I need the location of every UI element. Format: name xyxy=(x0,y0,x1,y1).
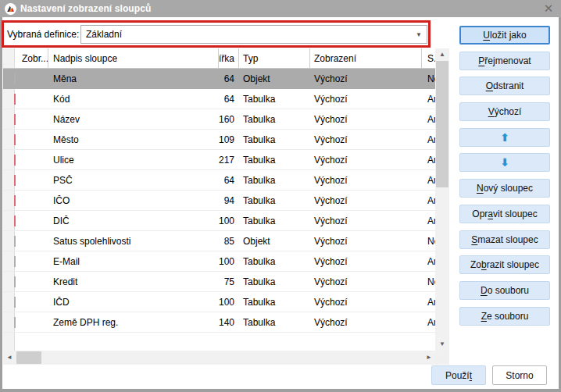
scroll-left-icon[interactable]: ◄ xyxy=(3,351,16,365)
show-column-button[interactable]: Zobrazit sloupec xyxy=(459,255,550,274)
row-checkbox[interactable] xyxy=(14,175,16,186)
row-checkbox[interactable] xyxy=(14,73,16,84)
cell-column-title: Ulice xyxy=(48,155,219,166)
header-column-title[interactable]: Nadpis sloupce xyxy=(48,48,219,68)
row-checkbox[interactable] xyxy=(14,134,16,145)
cell-type: Tabulka xyxy=(239,195,310,206)
save-as-button[interactable]: Uložit jako xyxy=(459,26,550,45)
cell-column-title: Město xyxy=(48,134,219,145)
table-row[interactable]: Název 160 Tabulka Výchozí Ar xyxy=(3,109,435,130)
table-row[interactable]: Měna 64 Objekt Výchozí Ne xyxy=(3,69,435,89)
row-checkbox[interactable] xyxy=(14,114,16,125)
scrollbar-corner xyxy=(435,351,449,365)
row-checkbox[interactable] xyxy=(14,256,16,267)
row-checkbox-cell xyxy=(14,256,48,267)
vertical-scrollbar[interactable]: ▲ ▼ xyxy=(435,48,449,351)
table-row[interactable]: Ulice 217 Tabulka Výchozí Ar xyxy=(3,150,435,170)
table-row[interactable]: PSČ 64 Tabulka Výchozí Ar xyxy=(3,170,435,191)
to-file-button[interactable]: Do souboru xyxy=(459,281,550,300)
table-row[interactable]: IČD 100 Tabulka Výchozí Ar xyxy=(3,292,435,312)
chevron-down-icon[interactable]: ▼ xyxy=(416,31,422,38)
apply-button[interactable]: Použít xyxy=(431,365,486,385)
cell-s: Ne xyxy=(422,236,435,247)
row-checkbox[interactable] xyxy=(14,94,16,105)
cancel-button[interactable]: Storno xyxy=(492,365,547,385)
row-checkbox[interactable] xyxy=(14,155,16,166)
app-logo-icon xyxy=(5,3,16,15)
table-row[interactable]: IČO 94 Tabulka Výchozí Ar xyxy=(3,191,435,211)
cell-type: Objekt xyxy=(239,236,310,247)
cell-type: Tabulka xyxy=(239,94,310,105)
button-label: ložit jako xyxy=(490,30,527,41)
cell-type: Tabulka xyxy=(239,114,310,125)
new-column-button[interactable]: Nový sloupec xyxy=(459,179,550,198)
apply-label: Použí xyxy=(445,370,470,381)
cell-type: Tabulka xyxy=(239,276,310,287)
button-label: Zo xyxy=(470,259,481,270)
cell-display: Výchozí xyxy=(310,114,422,125)
cell-display: Výchozí xyxy=(310,297,422,308)
button-label: o souboru xyxy=(488,285,529,296)
move-down-button[interactable]: ⬇ xyxy=(459,153,550,172)
header-width[interactable]: Šířka xyxy=(219,48,239,68)
dialog-body: Vybraná definice: Základní ▼ Zobr... Nad… xyxy=(2,17,559,389)
cell-width: 64 xyxy=(219,175,239,186)
definition-combobox[interactable]: Základní ▼ xyxy=(80,25,427,44)
cell-type: Tabulka xyxy=(239,317,310,328)
table-header-row: Zobr... Nadpis sloupce Šířka Typ Zobraze… xyxy=(3,48,435,69)
from-file-button[interactable]: Ze souboru xyxy=(459,307,550,326)
table-row[interactable]: Město 109 Tabulka Výchozí Ar xyxy=(3,130,435,150)
cell-column-title: Kredit xyxy=(48,276,219,287)
table-row[interactable]: Kredit 75 Tabulka Výchozí Ne xyxy=(3,272,435,292)
table-row[interactable]: Kód 64 Tabulka Výchozí Ar xyxy=(3,89,435,109)
cell-column-title: Satus spolehlivosti xyxy=(48,236,219,247)
row-checkbox[interactable] xyxy=(14,297,16,308)
vertical-scrollbar-thumb[interactable] xyxy=(436,61,448,187)
arrow-up-icon: ⬆ xyxy=(500,132,509,143)
header-display[interactable]: Zobrazení xyxy=(310,48,422,68)
header-type[interactable]: Typ xyxy=(239,48,310,68)
cell-display: Výchozí xyxy=(310,317,422,328)
table-row[interactable]: DIČ 100 Tabulka Výchozí Ar xyxy=(3,211,435,231)
scroll-right-icon[interactable]: ► xyxy=(423,351,435,365)
row-checkbox-cell xyxy=(14,175,48,186)
row-checkbox-cell xyxy=(14,297,48,308)
button-label: razit sloupec xyxy=(487,259,539,270)
move-up-button[interactable]: ⬆ xyxy=(459,128,550,147)
row-checkbox[interactable] xyxy=(14,236,16,247)
row-checkbox[interactable] xyxy=(14,195,16,206)
scroll-up-icon[interactable]: ▲ xyxy=(435,48,449,61)
cell-s: Ar xyxy=(422,114,435,125)
rename-button[interactable]: Přejmenovat xyxy=(459,52,550,70)
row-checkbox-cell xyxy=(14,317,48,328)
row-checkbox-cell xyxy=(14,155,48,166)
row-checkbox-cell xyxy=(14,114,48,125)
table-row[interactable]: Satus spolehlivosti 85 Objekt Výchozí Ne xyxy=(3,231,435,251)
titlebar[interactable]: Nastavení zobrazení sloupců ✕ xyxy=(0,0,561,17)
row-checkbox[interactable] xyxy=(14,317,16,328)
header-show[interactable]: Zobr... xyxy=(14,48,48,68)
cell-type: Tabulka xyxy=(239,155,310,166)
header-s[interactable]: S.. xyxy=(422,48,435,68)
cell-s: Ar xyxy=(422,216,435,226)
table-row[interactable]: E-Mail 100 Tabulka Výchozí Ar xyxy=(3,251,435,272)
default-button[interactable]: Výchozí xyxy=(459,102,550,121)
cell-type: Objekt xyxy=(239,73,310,84)
row-checkbox[interactable] xyxy=(14,276,16,287)
table-row[interactable]: Země DPH reg. 140 Tabulka Výchozí Ar xyxy=(3,312,435,333)
row-checkbox-cell xyxy=(14,134,48,145)
horizontal-scrollbar[interactable]: ◄ ► xyxy=(3,351,435,365)
remove-button[interactable]: Odstranit xyxy=(459,77,550,95)
cell-display: Výchozí xyxy=(310,256,422,267)
row-checkbox[interactable] xyxy=(14,216,16,226)
cell-column-title: IČO xyxy=(48,195,219,206)
scroll-down-icon[interactable]: ▼ xyxy=(435,338,449,351)
cell-width: 64 xyxy=(219,94,239,105)
button-label: dstranit xyxy=(493,80,523,91)
delete-column-button[interactable]: Smazat sloupec xyxy=(459,230,550,249)
edit-column-button[interactable]: Opravit sloupec xyxy=(459,205,550,223)
cell-column-title: IČD xyxy=(48,297,219,308)
cell-width: 100 xyxy=(219,297,239,308)
horizontal-scrollbar-thumb[interactable] xyxy=(16,351,41,364)
close-icon[interactable]: ✕ xyxy=(541,1,556,15)
